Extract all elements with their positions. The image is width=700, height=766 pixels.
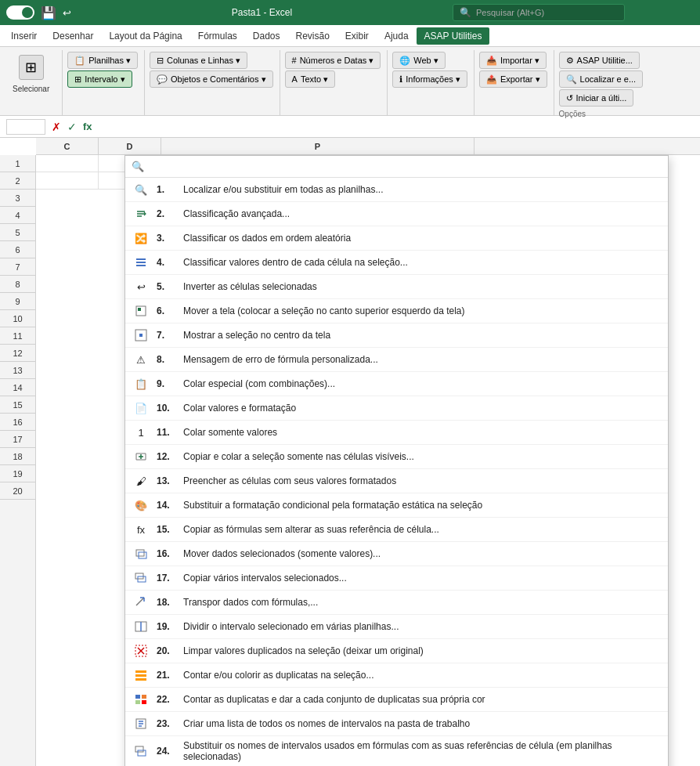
localizar-button[interactable]: 🔍 Localizar e e... bbox=[559, 70, 644, 88]
formula-input[interactable] bbox=[99, 121, 694, 132]
row-header-17[interactable]: 17 bbox=[0, 431, 35, 448]
row-header-14[interactable]: 14 bbox=[0, 379, 35, 396]
cell[interactable] bbox=[36, 155, 99, 172]
sheet-area: 1 2 3 4 5 6 7 8 9 10 11 12 13 14 15 16 1… bbox=[0, 155, 700, 766]
intervalo-button[interactable]: ⊞ Intervalo ▾ bbox=[67, 70, 132, 88]
dropdown-item[interactable]: 20. Limpar valores duplicados na seleção… bbox=[125, 639, 668, 663]
planilhas-button[interactable]: 📋 Planilhas ▾ bbox=[67, 52, 138, 69]
dropdown-item[interactable]: 🔍 1. Localizar e/ou substituir em todas … bbox=[125, 178, 668, 202]
informacoes-icon: ℹ bbox=[399, 74, 402, 85]
dropdown-item[interactable]: 22. Contar as duplicatas e dar a cada co… bbox=[125, 688, 668, 712]
selecionar-button[interactable]: Selecionar bbox=[6, 81, 56, 96]
col-header-c[interactable]: C bbox=[36, 138, 99, 154]
dropdown-item[interactable]: 📄 10. Colar valores e formatação bbox=[125, 396, 668, 421]
dropdown-item[interactable]: 24. Substituir os nomes de intervalos us… bbox=[125, 736, 668, 766]
col-header-p[interactable]: P bbox=[161, 138, 474, 154]
svg-rect-22 bbox=[142, 700, 146, 704]
cancel-formula-button[interactable]: ✗ bbox=[52, 121, 61, 133]
dropdown-item[interactable]: 🎨 14. Substituir a formatação condiciona… bbox=[125, 493, 668, 518]
item-text: Copiar vários intervalos selecionados... bbox=[183, 573, 347, 584]
dropdown-item[interactable]: 4. Classificar valores dentro de cada cé… bbox=[125, 251, 668, 275]
item-text: Criar uma lista de todos os nomes de int… bbox=[183, 718, 470, 729]
dropdown-item[interactable]: 2. Classificação avançada... bbox=[125, 202, 668, 226]
cell-reference[interactable] bbox=[6, 119, 45, 135]
row-header-5[interactable]: 5 bbox=[0, 224, 35, 241]
dropdown-item[interactable]: 23. Criar uma lista de todos os nomes de… bbox=[125, 712, 668, 736]
row-header-1[interactable]: 1 bbox=[0, 155, 35, 172]
row-header-20[interactable]: 20 bbox=[0, 482, 35, 500]
row-header-6[interactable]: 6 bbox=[0, 241, 35, 258]
objetos-button[interactable]: 💬 Objetos e Comentários ▾ bbox=[150, 70, 273, 88]
web-button[interactable]: 🌐 Web ▾ bbox=[392, 52, 445, 69]
row-header-15[interactable]: 15 bbox=[0, 396, 35, 414]
dropdown-item[interactable]: 🔀 3. Classificar os dados em ordem aleat… bbox=[125, 226, 668, 251]
row-header-8[interactable]: 8 bbox=[0, 276, 35, 293]
row-header-19[interactable]: 19 bbox=[0, 465, 35, 482]
auto-save-toggle[interactable] bbox=[6, 5, 34, 20]
colunas-button[interactable]: ⊟ Colunas e Linhas ▾ bbox=[150, 52, 247, 69]
row-header-4[interactable]: 4 bbox=[0, 207, 35, 224]
dropdown-item[interactable]: ↩ 5. Inverter as células selecionadas bbox=[125, 275, 668, 299]
row-header-3[interactable]: 3 bbox=[0, 190, 35, 207]
menu-item-dados[interactable]: Dados bbox=[245, 27, 288, 45]
save-icon[interactable]: 💾 bbox=[41, 5, 56, 20]
menu-item-inserir[interactable]: Inserir bbox=[3, 27, 45, 45]
item-icon bbox=[133, 594, 149, 610]
localizar-icon: 🔍 bbox=[566, 74, 577, 85]
dropdown-search-input[interactable] bbox=[149, 161, 662, 172]
exportar-button[interactable]: 📤 Exportar ▾ bbox=[479, 70, 547, 88]
item-number: 10. bbox=[157, 403, 175, 414]
dropdown-item[interactable]: 6. Mover a tela (colocar a seleção no ca… bbox=[125, 299, 668, 323]
cell[interactable] bbox=[36, 172, 99, 190]
item-number: 3. bbox=[157, 233, 175, 244]
menu-item-desenhar[interactable]: Desenhar bbox=[45, 27, 101, 45]
row-header-10[interactable]: 10 bbox=[0, 310, 35, 327]
informacoes-button[interactable]: ℹ Informações ▾ bbox=[392, 70, 467, 88]
search-bar[interactable]: 🔍 Pesquisar (Alt+G) bbox=[453, 4, 625, 21]
dropdown-item[interactable]: 16. Mover dados selecionados (somente va… bbox=[125, 542, 668, 566]
dropdown-item[interactable]: ⚠ 8. Mensagem de erro de fórmula persona… bbox=[125, 348, 668, 372]
insert-function-button[interactable]: fx bbox=[83, 121, 92, 132]
col-header-d[interactable]: D bbox=[99, 138, 161, 154]
row-header-16[interactable]: 16 bbox=[0, 414, 35, 431]
search-icon: 🔍 bbox=[460, 7, 471, 18]
menu-item-exibir[interactable]: Exibir bbox=[337, 27, 377, 45]
dropdown-item[interactable]: 21. Contar e/ou colorir as duplicatas na… bbox=[125, 663, 668, 688]
numeros-icon: # bbox=[292, 56, 297, 65]
row-header-13[interactable]: 13 bbox=[0, 362, 35, 379]
toggle-knob bbox=[22, 7, 33, 18]
menu-item-layout[interactable]: Layout da Página bbox=[101, 27, 189, 45]
row-header-18[interactable]: 18 bbox=[0, 448, 35, 465]
planilhas-icon: 📋 bbox=[74, 56, 85, 66]
menu-item-revisao[interactable]: Revisão bbox=[288, 27, 337, 45]
menu-item-ajuda[interactable]: Ajuda bbox=[377, 27, 417, 45]
dropdown-item[interactable]: 7. Mostrar a seleção no centro da tela bbox=[125, 323, 668, 348]
dropdown-item[interactable]: 17. Copiar vários intervalos selecionado… bbox=[125, 566, 668, 591]
svg-rect-28 bbox=[138, 750, 146, 756]
dropdown-item[interactable]: 1 11. Colar somente valores bbox=[125, 421, 668, 445]
item-icon: 📄 bbox=[133, 400, 149, 416]
row-header-12[interactable]: 12 bbox=[0, 345, 35, 362]
item-number: 8. bbox=[157, 354, 175, 365]
row-header-9[interactable]: 9 bbox=[0, 293, 35, 310]
menu-item-formulas[interactable]: Fórmulas bbox=[190, 27, 245, 45]
dropdown-item[interactable]: 📋 9. Colar especial (com combinações)... bbox=[125, 372, 668, 396]
asap-utilities-button[interactable]: ⚙ ASAP Utilitie... bbox=[559, 52, 640, 69]
dropdown-item[interactable]: 12. Copiar e colar a seleção somente nas… bbox=[125, 445, 668, 469]
row-header-7[interactable]: 7 bbox=[0, 258, 35, 276]
dropdown-item[interactable]: fx 15. Copiar as fórmulas sem alterar as… bbox=[125, 518, 668, 542]
dropdown-item[interactable]: 19. Dividir o intervalo selecionado em v… bbox=[125, 615, 668, 639]
selecionar-icon[interactable]: ⊞ bbox=[19, 55, 44, 80]
dropdown-item[interactable]: 18. Transpor dados com fórmulas,... bbox=[125, 591, 668, 615]
importar-button[interactable]: 📥 Importar ▾ bbox=[479, 52, 547, 69]
item-icon bbox=[133, 255, 149, 270]
numeros-button[interactable]: # Números e Datas ▾ bbox=[285, 52, 381, 69]
confirm-formula-button[interactable]: ✓ bbox=[67, 121, 77, 133]
undo-icon[interactable]: ↩ bbox=[63, 7, 71, 19]
dropdown-item[interactable]: 🖌 13. Preencher as células com seus valo… bbox=[125, 469, 668, 493]
texto-button[interactable]: A Texto ▾ bbox=[285, 70, 336, 88]
menu-item-asap[interactable]: ASAP Utilities bbox=[417, 27, 490, 45]
row-header-11[interactable]: 11 bbox=[0, 327, 35, 345]
iniciar-button[interactable]: ↺ Iniciar a últi... bbox=[559, 89, 634, 107]
row-header-2[interactable]: 2 bbox=[0, 172, 35, 190]
